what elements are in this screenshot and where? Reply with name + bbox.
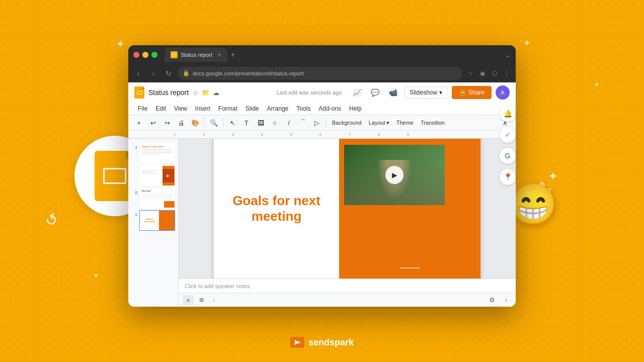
toolbar-more-shapes[interactable]: ▷ (310, 116, 324, 129)
slides-header: Status report ☆ 📁 ☁ Last edit was second… (128, 82, 516, 115)
menu-file[interactable]: File (134, 104, 151, 114)
toolbar-background[interactable]: Background (329, 119, 365, 127)
chat-icon[interactable]: 💬 (368, 85, 382, 100)
menu-view[interactable]: View (171, 104, 191, 114)
settings-icon[interactable]: ⚙ (487, 295, 498, 306)
slideshow-button[interactable]: Slideshow ▾ (404, 86, 448, 99)
svg-text:7: 7 (349, 133, 351, 136)
toolbar-connectors[interactable]: ⌒ (296, 116, 309, 129)
toolbar-theme[interactable]: Theme (393, 119, 417, 127)
menu-format[interactable]: Format (215, 104, 241, 114)
sparkle-deco-3: ✦ (594, 80, 600, 88)
menu-insert[interactable]: Insert (192, 104, 214, 114)
user-avatar[interactable]: A (496, 85, 510, 100)
toolbar-paintformat[interactable]: 🎨 (189, 116, 202, 129)
speaker-notes[interactable]: Click to add speaker notes (179, 279, 516, 293)
tab-favicon (171, 51, 178, 58)
active-tab[interactable]: Status report ✕ (165, 48, 227, 62)
slides-toolbar: + ↩ ↪ 🖨 🎨 🔍 ↖ T 🖼 ○ / ⌒ ▷ Background Lay… (128, 115, 516, 131)
sparkle-near-emoji: ✦ (548, 170, 557, 183)
tab-close-button[interactable]: ✕ (217, 52, 221, 58)
ruler: 1 2 3 4 5 6 7 8 9 (128, 131, 516, 139)
doc-title: Status report (148, 88, 189, 97)
address-text: docs.google.com/presentation/d/status-re… (193, 70, 304, 76)
slides-right-buttons: 📈 💬 📹 Slideshow ▾ 🔒 Share A (350, 85, 510, 100)
slides-title-bar: Status report ☆ 📁 ☁ Last edit was second… (128, 82, 516, 103)
menu-tools[interactable]: Tools (293, 104, 314, 114)
slides-icon-inner (103, 168, 126, 184)
slide-main-heading: Goals for next meeting (224, 193, 329, 224)
slide-thumbnail-4[interactable]: Progress • Topic area 2 (139, 143, 175, 163)
tab-favicon-inner (172, 53, 176, 56)
sidebar-check-icon[interactable]: ✓ (500, 127, 516, 143)
svg-text:6: 6 (319, 133, 321, 136)
filmstrip-view-button[interactable]: ≡ (183, 295, 194, 305)
share-button[interactable]: 🔒 Share (452, 86, 492, 99)
menu-edit[interactable]: Edit (152, 104, 170, 114)
slide-8-lines (142, 194, 173, 199)
star-icon[interactable]: ☆ (193, 89, 199, 97)
slide-thumbnail-8[interactable]: Next steps (139, 188, 175, 209)
toolbar-undo[interactable]: ↩ (146, 116, 159, 129)
sidebar-google-icon[interactable]: G (500, 148, 516, 164)
slide-number-8: 8 (131, 190, 137, 195)
expand-button[interactable]: › (501, 295, 512, 306)
profile-icon[interactable]: ◉ (477, 68, 488, 78)
browser-nav: ‹ › ↻ 🔒 docs.google.com/presentation/d/s… (128, 64, 516, 82)
video-icon[interactable]: 📹 (386, 85, 400, 100)
sidebar-notification-icon[interactable]: 🔔 (500, 106, 516, 122)
extension-icon[interactable]: ⬡ (490, 68, 500, 78)
slide-8-accent (164, 201, 175, 208)
close-button[interactable] (133, 52, 139, 58)
svg-text:3: 3 (232, 133, 234, 136)
google-slides-app: Status report ☆ 📁 ☁ Last edit was second… (128, 82, 516, 307)
toolbar-redo[interactable]: ↪ (160, 116, 174, 129)
tab-area: Status report ✕ + (165, 48, 502, 62)
toolbar-print[interactable]: 🖨 (175, 116, 188, 129)
address-bar[interactable]: 🔒 docs.google.com/presentation/d/status-… (178, 67, 462, 80)
bookmark-icon[interactable]: ☆ (465, 68, 475, 78)
slide-8-content: Next steps (140, 189, 175, 208)
slide-thumbnail-9[interactable]: Goals fornext meeting (139, 210, 175, 231)
menu-slide[interactable]: Slide (242, 104, 263, 114)
slide-thumb-wrapper-9: 9 Goals fornext meeting (131, 210, 175, 231)
slide-number-9: 9 (131, 212, 137, 217)
slide-canvas[interactable]: Goals for next meeting ▶ (214, 139, 480, 279)
toolbar-shape[interactable]: ○ (268, 116, 281, 129)
slide-nav-back[interactable]: ‹ (213, 297, 215, 303)
refresh-button[interactable]: ↻ (163, 67, 175, 79)
forward-button[interactable]: › (147, 67, 159, 79)
slide-thumbnail-5[interactable]: ▶ (139, 165, 175, 186)
chart-icon[interactable]: 📈 (350, 85, 364, 100)
toolbar-line[interactable]: / (282, 116, 295, 129)
maximize-button[interactable] (151, 52, 157, 58)
slide-9-left: Goals fornext meeting (140, 211, 159, 230)
menu-arrange[interactable]: Arrange (264, 104, 292, 114)
cloud-icon[interactable]: ☁ (213, 89, 219, 97)
grid-view-button[interactable]: ⊞ (196, 295, 207, 305)
new-tab-button[interactable]: + (230, 50, 235, 59)
video-background: ▶ (344, 145, 445, 205)
toolbar-zoom[interactable]: 🔍 (207, 116, 220, 129)
toolbar-image[interactable]: 🖼 (254, 116, 267, 129)
more-icon[interactable]: ⋮ (502, 68, 512, 78)
toolbar-layout[interactable]: Layout ▾ (366, 119, 392, 127)
folder-icon[interactable]: 📁 (202, 89, 210, 97)
toolbar-textbox[interactable]: T (240, 116, 253, 129)
slide-left-content: Goals for next meeting (214, 139, 339, 279)
minimize-button[interactable] (142, 52, 148, 58)
slide-thumb-wrapper-5: ▶ (131, 165, 175, 186)
toolbar-transition[interactable]: Transition (418, 119, 448, 127)
toolbar-add[interactable]: + (132, 116, 145, 129)
slide-video-thumbnail[interactable]: ▶ (344, 145, 445, 205)
grin-emoji: 😁 (508, 181, 558, 228)
menu-addons[interactable]: Add-ons (315, 104, 345, 114)
back-button[interactable]: ‹ (132, 67, 144, 79)
sidebar-map-icon[interactable]: 📍 (500, 169, 516, 185)
toolbar-cursor[interactable]: ↖ (226, 116, 239, 129)
canvas-scroll[interactable]: Goals for next meeting ▶ (179, 139, 516, 279)
slide-4-content: Progress • Topic area 2 (140, 143, 175, 163)
svg-text:9: 9 (407, 133, 409, 136)
play-button[interactable]: ▶ (385, 166, 404, 184)
menu-help[interactable]: Help (346, 104, 365, 114)
